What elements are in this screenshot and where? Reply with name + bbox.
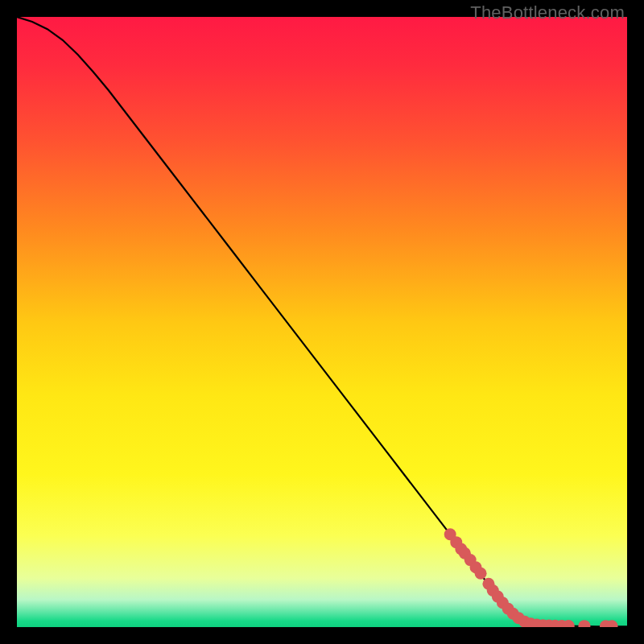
watermark-text: TheBottleneck.com bbox=[470, 2, 625, 23]
chart-frame bbox=[17, 17, 627, 627]
data-marker bbox=[475, 568, 487, 580]
bottleneck-chart bbox=[17, 17, 627, 627]
plot-background bbox=[17, 17, 627, 627]
